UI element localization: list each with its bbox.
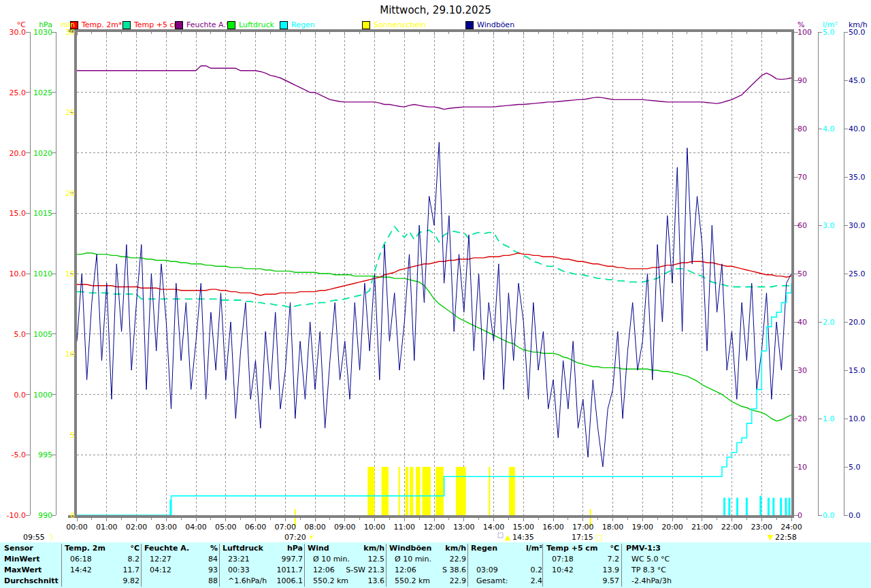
time-label: 12:00 [423, 523, 445, 532]
time-label: 01:00 [96, 523, 118, 532]
axis-label-kmh: 35.0 [849, 173, 866, 182]
time-label: 21:00 [691, 523, 713, 532]
axis-label-minutes: 15 [65, 270, 75, 278]
sunshine-bar [410, 467, 413, 515]
axis-label-lm2: 3.0 [823, 221, 835, 230]
axis-label-minutes: 20 [65, 189, 75, 198]
rain-bar [785, 497, 787, 515]
time-label: 13:00 [453, 523, 475, 532]
chart-frame-bottom [68, 515, 794, 518]
rain-bar [746, 497, 748, 515]
axis-label-hpa: 1030 [33, 28, 52, 37]
time-label: 07:00 [274, 523, 296, 532]
cell-value: 12.5 [308, 555, 384, 564]
axis-label-celsius: -5.0 [12, 451, 26, 459]
axis-label-hpa: 1000 [33, 391, 52, 399]
time-label: 17:00 [572, 523, 594, 532]
table-separator [219, 544, 220, 587]
sunshine-bar [489, 467, 490, 515]
time-label: 03:00 [155, 523, 177, 532]
cell-left: TP 8.3 °C [631, 566, 666, 574]
axis-label-celsius: 20.0 [10, 149, 27, 158]
sun-moon-time: 07:20 [284, 533, 306, 542]
cell-value: 93 [144, 566, 218, 574]
sunshine-bar [423, 467, 431, 515]
cell-value: 13.9 [546, 566, 619, 574]
axis-label-celsius: 15.0 [10, 209, 27, 218]
axis-label-minutes: 25 [65, 108, 75, 117]
cell-value: 22.9 [389, 576, 466, 585]
cell-value: 7.2 [546, 555, 619, 564]
axis-label-hpa: 1020 [33, 149, 52, 158]
sunshine-bar [509, 467, 515, 515]
axis-label-lm2: 1.0 [823, 414, 835, 423]
cell-value: 8.2 [65, 555, 139, 564]
col-unit: km/h [308, 544, 384, 553]
sun-moon-time: 09:55 [23, 533, 45, 542]
cell-value: 2.4 [471, 576, 542, 585]
cell-value: 9.57 [546, 576, 619, 585]
axis-label-hpa: 990 [38, 511, 52, 520]
weather-day-chart-screen: Mittwoch, 29.10.2025 Temp. 2m*Temp +5 cm… [0, 0, 871, 588]
col-unit: °C [65, 544, 139, 553]
row-label-minwert: MinWert [4, 555, 39, 564]
time-label: 23:00 [751, 523, 772, 532]
axis-label-percent: 80 [798, 125, 807, 133]
time-label: 22:00 [721, 523, 743, 532]
axis-label-minutes: 0 [70, 511, 75, 520]
axis-label-kmh: 30.0 [849, 221, 866, 230]
time-label: 04:00 [185, 523, 207, 532]
rain-bar [768, 497, 770, 515]
time-label: 14:00 [483, 523, 505, 532]
axis-label-kmh: 0.0 [849, 511, 861, 520]
sun-icon: ☀ [308, 533, 315, 542]
col-unit: km/h [389, 544, 466, 553]
axis-label-percent: 90 [798, 76, 807, 85]
sunshine-bar [416, 467, 421, 515]
cell-left: WC 5.0 °C [631, 555, 670, 564]
axis-label-minutes: 5 [70, 431, 75, 440]
rain-bar [759, 496, 761, 515]
time-label: 06:00 [245, 523, 267, 532]
time-label: 24:00 [780, 523, 802, 532]
axis-label-percent: 70 [798, 173, 807, 182]
axis-label-kmh: 40.0 [849, 125, 866, 133]
sunshine-bar [406, 467, 408, 515]
axis-label-celsius: 0.0 [14, 391, 27, 399]
axis-label-percent: 100 [798, 28, 812, 37]
col-unit: hPa [223, 544, 303, 553]
sunshine-bar [399, 467, 400, 515]
axis-label-minutes: 10 [65, 350, 75, 359]
rain-bar [780, 497, 782, 515]
cell-value: 1006.1 [223, 576, 303, 585]
axis-label-percent: 30 [798, 366, 807, 375]
axis-label-kmh: 45.0 [849, 76, 866, 85]
axis-label-percent: 60 [798, 221, 807, 230]
square-icon: □ [595, 533, 602, 542]
time-label: 20:00 [661, 523, 683, 532]
row-label-sensor: Sensor [4, 544, 33, 553]
time-label: 09:00 [334, 523, 356, 532]
chart-frame-top [68, 29, 794, 32]
table-separator [141, 544, 142, 587]
axis-label-percent: 40 [798, 318, 807, 327]
axis-label-kmh: 50.0 [849, 28, 866, 37]
table-separator [467, 544, 468, 587]
axis-label-celsius: 10.0 [10, 270, 27, 278]
time-label: 02:00 [126, 523, 148, 532]
axis-label-percent: 50 [798, 270, 807, 278]
axis-label-celsius: 30.0 [10, 28, 27, 37]
col-header: PMV-1:3 [626, 544, 661, 553]
axis-label-lm2: 0.0 [823, 511, 835, 520]
col-unit: °C [546, 544, 619, 553]
cell-value: 1011.7 [223, 566, 303, 574]
series-gusts [77, 142, 791, 467]
table-separator [542, 544, 543, 587]
axis-label-hpa: 995 [38, 451, 52, 459]
table-separator [61, 544, 62, 587]
axis-label-percent: 10 [798, 463, 807, 472]
moondown-icon: ▼ [768, 533, 774, 542]
axis-label-kmh: 10.0 [849, 414, 866, 423]
time-label: 10:00 [364, 523, 386, 532]
table-separator [621, 544, 622, 587]
